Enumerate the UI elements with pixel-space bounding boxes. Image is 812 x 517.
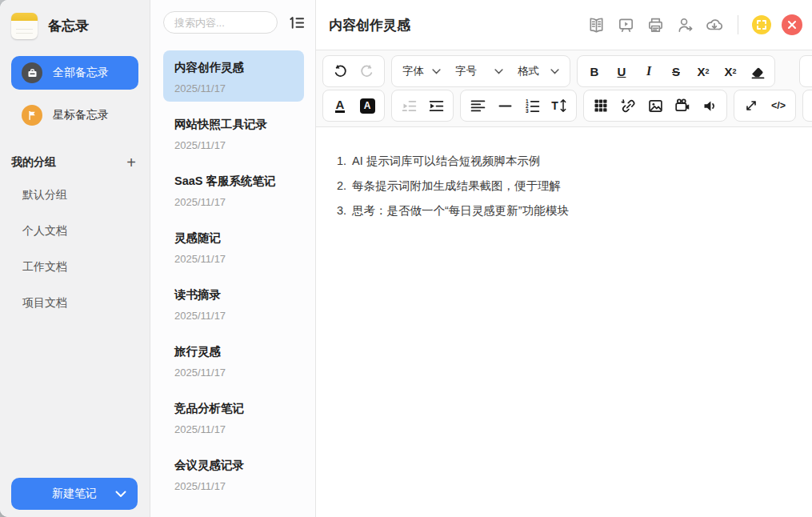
cloud-download-icon [705,15,724,34]
redo-button[interactable] [354,58,381,84]
outdent-icon [401,98,418,114]
ordered-list-button[interactable]: 1 2 3 [518,93,546,118]
page-title: 内容创作灵感 [329,16,410,34]
editor-header: 内容创作灵感 [316,0,812,50]
add-group-button[interactable]: + [124,154,138,170]
list-item[interactable]: 竞品分析笔记 2025/11/17 [163,391,304,443]
search-input[interactable] [163,11,278,34]
sort-order-button[interactable] [287,14,306,32]
up-down-arrow-icon [559,98,567,113]
list-item[interactable]: 旅行灵感 2025/11/17 [163,335,304,386]
new-note-button[interactable]: 新建笔记 [11,478,138,510]
image-icon [647,98,664,114]
note-date: 2025/11/17 [174,82,293,94]
format-select[interactable]: 格式 [510,58,566,84]
content-ordered-list: AI 提示词库可以结合短视频脚本示例 每条提示词附加生成结果截图，便于理解 思考… [335,154,793,218]
italic-button[interactable]: I [635,58,662,84]
undo-icon [332,63,348,79]
list-item[interactable]: 会议灵感记录 2025/11/17 [163,448,304,499]
share-user-button[interactable] [675,15,694,34]
clear-format-button[interactable] [744,58,771,84]
content-list-item: AI 提示词库可以结合短视频脚本示例 [350,154,793,168]
close-button[interactable] [782,14,802,35]
editor-pane: 内容创作灵感 [316,0,812,517]
indent-button[interactable] [422,93,450,118]
svg-text:3: 3 [526,108,529,114]
font-family-select[interactable]: 字体 [395,58,448,84]
eraser-icon [750,63,766,80]
flag-icon [22,105,42,126]
video-camera-icon [674,97,691,114]
list-item[interactable]: 读书摘录 2025/11/17 [163,278,304,329]
chevron-down-icon[interactable] [115,491,126,498]
redo-icon [359,63,375,79]
sidebar-item-group[interactable]: 默认分组 [11,177,138,213]
line-height-button[interactable]: T [546,93,573,118]
outline-book-button[interactable] [586,15,606,34]
superscript-base: X [724,65,732,78]
audio-button[interactable] [696,93,723,118]
note-date: 2025/11/17 [174,480,293,492]
cloud-download-button[interactable] [705,15,724,34]
chevron-down-icon [550,69,559,74]
chevron-down-icon [494,69,503,74]
groups-section-header: 我的分组 + [11,154,138,170]
underline-button[interactable]: U [608,58,635,84]
fullscreen-button[interactable] [752,15,771,34]
link-button[interactable] [614,93,642,118]
note-date: 2025/11/17 [174,196,293,208]
superscript-mark: 2 [733,67,737,75]
horizontal-rule-icon [497,98,514,114]
video-button[interactable] [669,93,696,118]
note-title: 读书摘录 [174,287,293,303]
table-button[interactable] [587,93,614,118]
book-icon [587,16,606,34]
indent-group [391,90,454,122]
list-item[interactable]: 灵感随记 2025/11/17 [163,221,304,272]
header-divider [738,15,738,34]
editor-content[interactable]: AI 提示词库可以结合短视频脚本示例 每条提示词附加生成结果截图，便于理解 思考… [316,127,812,517]
grid-icon [593,98,609,114]
note-title: 旅行灵感 [174,344,293,359]
font-group: 字体 字号 格式 [391,55,570,87]
image-button[interactable] [642,93,669,118]
app-title: 备忘录 [48,17,89,35]
expand-button[interactable] [738,93,765,118]
bold-button[interactable]: B [581,58,608,84]
link-icon [620,98,637,114]
sidebar-item-group[interactable]: 个人文档 [11,213,138,249]
format-label: 格式 [518,64,539,78]
font-size-select[interactable]: 字号 [448,58,510,84]
sidebar: 备忘录 全部备忘录 星标备忘录 我的分组 + [0,0,150,517]
align-button[interactable] [464,93,491,118]
subscript-button[interactable]: X2 [690,58,717,84]
text-style-group: B U I S X2 X2 [577,55,775,87]
note-title: 灵感随记 [174,230,293,246]
subscript-mark: 2 [706,67,710,75]
sidebar-item-group[interactable]: 工作文档 [11,249,138,285]
list-item[interactable]: 内容创作灵感 2025/11/17 [163,50,304,102]
toolbar-row-1: 字体 字号 格式 B U I S [322,55,806,87]
outdent-button[interactable] [395,93,422,118]
highlight-color-button[interactable]: A [354,93,381,118]
note-date: 2025/11/17 [174,310,293,322]
font-color-button[interactable]: A [326,93,354,118]
undo-button[interactable] [326,58,354,84]
horizontal-rule-button[interactable] [491,93,518,118]
list-item[interactable]: SaaS 客服系统笔记 2025/11/17 [163,164,304,215]
sidebar-item-all-notes[interactable]: 全部备忘录 [11,56,138,90]
font-family-label: 字体 [402,64,424,78]
sidebar-item-starred[interactable]: 星标备忘录 [11,98,138,132]
list-item[interactable]: 网站快照工具记录 2025/11/17 [163,107,304,158]
presentation-button[interactable] [616,15,635,34]
indent-icon [428,98,445,114]
strikethrough-button[interactable]: S [662,58,690,84]
history-group [322,55,385,87]
note-date: 2025/11/17 [174,423,293,435]
note-title: 网站快照工具记录 [174,117,293,132]
sidebar-item-label: 全部备忘录 [53,66,109,80]
superscript-button[interactable]: X2 [717,58,744,84]
code-view-button[interactable]: </> [765,93,792,118]
print-button[interactable] [646,15,665,34]
sidebar-item-group[interactable]: 项目文档 [11,285,138,321]
